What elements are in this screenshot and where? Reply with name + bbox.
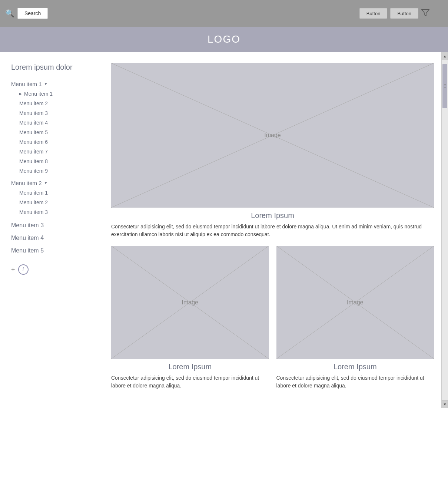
logo-text: LOGO (208, 33, 240, 45)
main-content: Lorem ipsum dolor Menu item 1 ▼ ▶ Menu i… (0, 52, 441, 408)
page-wrapper: Lorem ipsum dolor Menu item 1 ▼ ▶ Menu i… (0, 52, 448, 408)
nav-right: Button Button (359, 8, 429, 19)
sub-item-label: Menu item 2 (19, 100, 48, 106)
col2-title: Lorem Ipsum (276, 363, 434, 371)
scrollbar-track[interactable] (442, 60, 448, 400)
search-button[interactable]: Search (17, 8, 48, 19)
col1-image-label: Image (182, 299, 198, 306)
scrollbar-down-arrow[interactable]: ▼ (442, 400, 448, 408)
top-navigation: 🔍 Search Button Button (0, 0, 448, 27)
scrollbar-grip (444, 84, 446, 87)
add-icon[interactable]: + (11, 266, 15, 274)
sidebar-item-menu-item-4[interactable]: Menu item 4 (11, 232, 104, 244)
col1-title: Lorem Ipsum (111, 363, 269, 371)
content-area: Image Lorem Ipsum Consectetur adipisicin… (111, 63, 434, 397)
menu-group-2-sub-items: Menu item 1 Menu item 2 Menu item 3 (11, 188, 104, 217)
sidebar-title: Lorem ipsum dolor (11, 63, 104, 72)
chevron-down-icon: ▼ (44, 181, 48, 185)
sidebar-item-menu-item-5[interactable]: Menu item 5 (11, 244, 104, 257)
sub-item-label: Menu item 9 (19, 168, 48, 174)
sidebar: Lorem ipsum dolor Menu item 1 ▼ ▶ Menu i… (11, 63, 111, 397)
sub-item-label: Menu item 3 (19, 209, 48, 215)
list-item[interactable]: Menu item 9 (16, 166, 104, 176)
sub-item-label: Menu item 5 (19, 129, 48, 135)
large-image-label: Image (264, 132, 281, 139)
play-icon: ▶ (19, 92, 22, 96)
large-content-title: Lorem Ipsum (111, 211, 434, 220)
sub-item-label: Menu item 8 (19, 158, 48, 164)
grip-line (444, 87, 446, 87)
sidebar-item-menu-item-3[interactable]: Menu item 3 (11, 219, 104, 232)
chevron-down-icon: ▼ (44, 82, 48, 86)
menu-group-2: Menu item 2 ▼ Menu item 1 Menu item 2 Me… (11, 178, 104, 217)
nav-left: 🔍 Search (5, 8, 48, 19)
nav-button-1[interactable]: Button (359, 8, 388, 19)
list-item[interactable]: Menu item 2 (16, 198, 104, 207)
nav-button-2[interactable]: Button (390, 8, 418, 19)
sub-item-label: Menu item 1 (24, 91, 53, 97)
list-item[interactable]: Menu item 5 (16, 128, 104, 137)
logo-bar: LOGO (0, 27, 448, 52)
menu-group-2-label: Menu item 2 (11, 180, 42, 186)
sub-item-label: Menu item 6 (19, 139, 48, 145)
grip-line (444, 84, 446, 85)
col2-text: Consectetur adipisicing elit, sed do eiu… (276, 374, 434, 390)
list-item[interactable]: Menu item 1 (16, 188, 104, 198)
filter-icon[interactable] (421, 9, 429, 19)
small-image-placeholder-2: Image (276, 246, 434, 359)
list-item[interactable]: Menu item 3 (16, 207, 104, 217)
two-col-section: Image Lorem Ipsum Consectetur adipisicin… (111, 246, 434, 397)
menu-group-1-sub-items: ▶ Menu item 1 Menu item 2 Menu item 3 Me… (11, 89, 104, 176)
col-item-1: Image Lorem Ipsum Consectetur adipisicin… (111, 246, 269, 397)
list-item[interactable]: Menu item 3 (16, 108, 104, 118)
sub-item-label: Menu item 2 (19, 199, 48, 205)
large-image-placeholder: Image (111, 63, 434, 208)
scrollbar-up-arrow[interactable]: ▲ (442, 52, 448, 60)
sub-item-label: Menu item 1 (19, 190, 48, 196)
sub-item-label: Menu item 7 (19, 149, 48, 155)
sub-item-label: Menu item 3 (19, 110, 48, 116)
sub-item-label: Menu item 4 (19, 120, 48, 126)
list-item[interactable]: Menu item 4 (16, 118, 104, 128)
list-item[interactable]: Menu item 8 (16, 156, 104, 166)
svg-marker-0 (422, 10, 429, 16)
scrollbar: ▲ ▼ (441, 52, 448, 408)
sidebar-footer: + i (11, 264, 104, 275)
list-item[interactable]: Menu item 2 (16, 99, 104, 108)
col2-image-label: Image (347, 299, 363, 306)
col1-text: Consectetur adipisicing elit, sed do eiu… (111, 374, 269, 390)
search-icon[interactable]: 🔍 (5, 9, 14, 18)
menu-group-1-header[interactable]: Menu item 1 ▼ (11, 79, 104, 89)
grip-line (444, 86, 446, 86)
list-item[interactable]: Menu item 7 (16, 147, 104, 156)
scrollbar-thumb[interactable] (442, 64, 447, 108)
small-image-placeholder-1: Image (111, 246, 269, 359)
list-item[interactable]: Menu item 6 (16, 137, 104, 147)
large-content-text: Consectetur adipisicing elit, sed do eiu… (111, 223, 434, 238)
menu-group-1: Menu item 1 ▼ ▶ Menu item 1 Menu item 2 … (11, 79, 104, 176)
list-item[interactable]: ▶ Menu item 1 (16, 89, 104, 99)
info-icon[interactable]: i (18, 264, 29, 275)
col-item-2: Image Lorem Ipsum Consectetur adipisicin… (276, 246, 434, 397)
menu-group-1-label: Menu item 1 (11, 81, 42, 87)
menu-group-2-header[interactable]: Menu item 2 ▼ (11, 178, 104, 188)
